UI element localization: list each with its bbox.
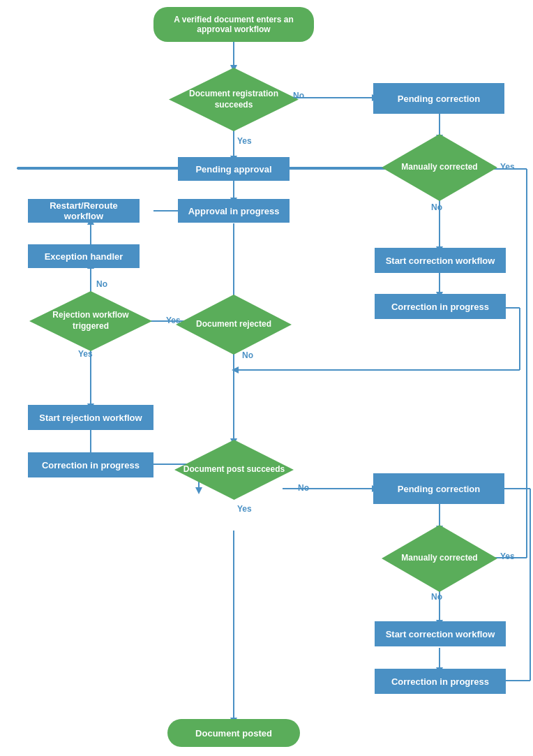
doc-post-yes-label: Yes: [237, 504, 252, 514]
manually-corrected-bottom-yes-label: Yes: [500, 551, 515, 561]
start-rejection-node: Start rejection workflow: [28, 405, 153, 430]
doc-reg-yes-label: Yes: [237, 136, 252, 146]
correction-progress-bottom-right-node: Correction in progress: [375, 669, 506, 694]
doc-post-diamond: Document post succeeds: [173, 438, 295, 501]
start-correction-bottom-node: Start correction workflow: [375, 621, 506, 646]
approval-progress-node: Approval in progress: [178, 199, 290, 223]
doc-rejected-no-label: No: [242, 350, 253, 360]
svg-marker-47: [232, 366, 239, 373]
manually-corrected-top-no-label: No: [431, 202, 442, 212]
manually-corrected-bottom-diamond: Manually corrected: [380, 524, 499, 593]
doc-posted-node: Document posted: [167, 719, 300, 747]
restart-reroute-node: Restart/Reroute workflow: [28, 199, 140, 223]
pending-approval-node: Pending approval: [178, 157, 290, 181]
rejection-yes-label: Yes: [78, 349, 93, 359]
manually-corrected-top-diamond: Manually corrected: [380, 133, 499, 202]
doc-reg-diamond: Document registration succeeds: [167, 66, 300, 133]
doc-rejected-yes-label: Yes: [166, 316, 181, 325]
correction-progress-top-right-node: Correction in progress: [375, 294, 506, 319]
manually-corrected-top-yes-label: Yes: [500, 162, 515, 172]
doc-reg-no-label: No: [293, 91, 304, 101]
pending-correction-bottom-right-node: Pending correction: [373, 473, 504, 504]
rejection-triggered-diamond: Rejection workflow triggered: [28, 290, 153, 353]
exception-handler-node: Exception handler: [28, 244, 140, 268]
pending-correction-top-right-node: Pending correction: [373, 83, 504, 114]
rejection-no-label: No: [96, 279, 107, 289]
flowchart: A verified document enters an approval w…: [0, 0, 533, 756]
correction-progress-left-node: Correction in progress: [28, 452, 153, 477]
doc-post-no-label: No: [298, 483, 309, 493]
doc-rejected-diamond: Document rejected: [174, 293, 293, 356]
start-correction-top-node: Start correction workflow: [375, 248, 506, 273]
manually-corrected-bottom-no-label: No: [431, 592, 442, 602]
start-node: A verified document enters an approval w…: [153, 7, 314, 42]
